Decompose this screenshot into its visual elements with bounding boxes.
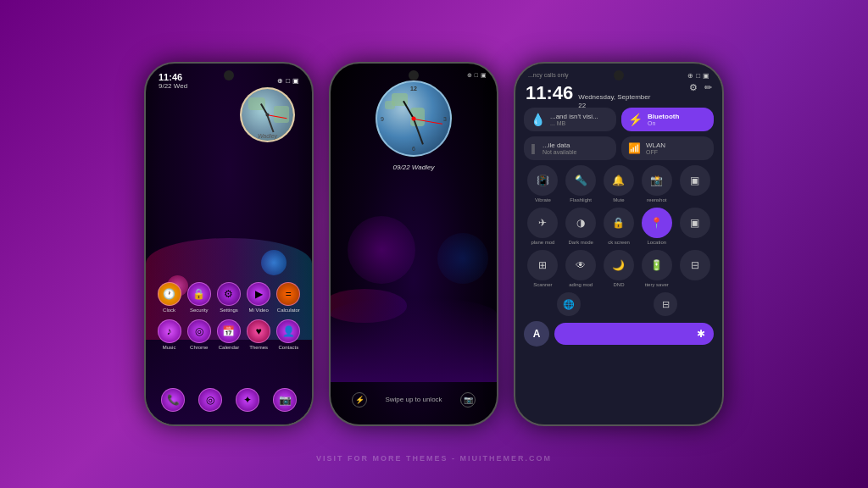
reading-btn[interactable]: 👁 ading mod <box>565 250 596 287</box>
dnd-btn[interactable]: 🌙 DND <box>604 250 634 287</box>
app-clock-icon: 🕐 <box>158 282 181 306</box>
app-themes[interactable]: ♥ Themes <box>247 319 270 350</box>
location-btn[interactable]: 📍 Location <box>642 208 672 245</box>
app-themes-icon: ♥ <box>247 319 270 343</box>
darkmode-icon: ◑ <box>576 217 585 229</box>
lockscreen-icon: 🔒 <box>612 217 625 229</box>
wlan-tile[interactable]: 📶 WLAN OFF <box>621 136 714 160</box>
airplane-icon: ✈ <box>538 217 547 229</box>
scanner-btn[interactable]: ⊞ Scanner <box>527 250 558 287</box>
camera-button[interactable]: 📷 <box>460 392 476 408</box>
app-contacts[interactable]: 👤 Contacts <box>276 319 300 350</box>
extra-btn1[interactable]: ▣ <box>680 165 710 202</box>
phone-1: 11:46 9/22 Wed ⊕ □ ▣ <box>144 62 314 426</box>
location-icon: 📍 <box>650 217 663 229</box>
camera-notch-2 <box>409 70 419 80</box>
phone-2: ⊕ □ ▣ <box>329 62 498 426</box>
extra-btn2[interactable]: ▣ <box>680 208 710 245</box>
bluetooth-tile[interactable]: ⚡ Bluetooth On <box>621 108 714 131</box>
data-tile[interactable]: 💧 ...and isn't visi... ... MB <box>524 108 616 131</box>
brightness-slider[interactable]: ✱ <box>554 323 714 345</box>
app-clock[interactable]: 🕐 Clock <box>158 282 181 313</box>
extra-icon4: ⊟ <box>662 299 670 310</box>
letter-a-button[interactable]: A <box>524 321 549 347</box>
second-hand <box>267 114 287 119</box>
extra-btn4[interactable]: ⊟ <box>654 292 677 316</box>
cc-extra-icons-row: 🌐 ⊟ <box>524 292 714 316</box>
phone1-background: 11:46 9/22 Wed ⊕ □ ▣ <box>146 64 312 424</box>
dock-browser-icon: ◎ <box>198 388 222 412</box>
blob2 <box>437 233 488 284</box>
app-calculator[interactable]: = Calculator <box>276 282 300 313</box>
phone1-clock-label: Wadley <box>242 133 293 139</box>
app-contacts-label: Contacts <box>279 345 299 350</box>
flashlight-label: Flashlight <box>570 197 592 202</box>
dock-browser[interactable]: ◎ <box>198 388 222 412</box>
app-chrome[interactable]: ◎ Chrome <box>187 319 211 350</box>
extra-icon2: ▣ <box>690 217 699 229</box>
phone1-signal-icon: □ <box>286 77 290 85</box>
extra-icon3: ⊟ <box>691 259 699 271</box>
minute-hand-2 <box>413 119 424 145</box>
mute-icon: 🔔 <box>612 175 625 186</box>
app-music-label: Music <box>163 345 176 350</box>
mute-btn[interactable]: 🔔 Mute <box>604 165 634 202</box>
dock-phone[interactable]: 📞 <box>161 388 185 412</box>
phone1-clock-widget: Wadley <box>240 87 295 142</box>
p3-battery-icon: ▣ <box>703 72 709 80</box>
bluetooth-icon: ⚡ <box>628 113 643 126</box>
scanner-label: Scanner <box>533 282 552 287</box>
cc-top-tiles: 💧 ...and isn't visi... ... MB ⚡ Bluetoot… <box>524 108 714 131</box>
app-mivideo[interactable]: ▶ Mi Video <box>247 282 270 313</box>
screenshot-icon: 📸 <box>650 175 663 186</box>
wlan-label: WLAN <box>646 141 665 149</box>
dnd-label: DND <box>613 282 624 287</box>
brightness-icon: ✱ <box>697 328 705 340</box>
mobile-data-icon: ‖ <box>531 142 536 154</box>
lockscreen-btn[interactable]: 🔒 ck screen <box>604 208 634 245</box>
phone2-wave <box>331 297 497 382</box>
dock-phone-icon: 📞 <box>161 388 185 412</box>
app-settings[interactable]: ⚙ Settings <box>217 282 241 313</box>
app-security[interactable]: 🔒 Security <box>187 282 211 313</box>
dock-apps[interactable]: ✦ <box>236 388 259 412</box>
app-contacts-icon: 👤 <box>276 319 300 343</box>
p2-bt-icon: ⊕ <box>467 72 472 79</box>
app-chrome-icon: ◎ <box>187 319 211 343</box>
airplane-btn[interactable]: ✈ plane mod <box>527 208 558 245</box>
darkmode-btn[interactable]: ◑ Dark mode <box>565 208 596 245</box>
second-hand-2 <box>414 119 442 125</box>
p2-battery-icon: ▣ <box>481 72 487 79</box>
bluetooth-tile-sub: On <box>648 120 679 126</box>
app-dock: 📞 ◎ ✦ 📷 <box>154 388 303 412</box>
battery-saver-label: ttery saver <box>645 282 669 287</box>
mobile-data-tile[interactable]: ‖ ...ile data Not available <box>524 136 616 160</box>
letter-a-label: A <box>533 328 541 340</box>
app-row-2: ♪ Music ◎ Chrome 📅 Calendar ♥ <box>154 319 303 350</box>
camera-notch-3 <box>614 70 624 80</box>
edit-icon[interactable]: ✏ <box>704 82 712 93</box>
phone1-date: 9/22 Wed <box>159 82 187 90</box>
flashlight-btn[interactable]: 🔦 Flashlight <box>565 165 596 202</box>
watermark: VISIT FOR MORE THEMES - MIUITHEMER.COM <box>316 454 552 463</box>
app-music[interactable]: ♪ Music <box>158 319 181 350</box>
wlan-sub: OFF <box>646 149 665 155</box>
lockscreen-label: ck screen <box>608 240 630 245</box>
dock-camera[interactable]: 📷 <box>273 388 297 412</box>
bluetooth-tile-label: Bluetooth <box>648 113 679 120</box>
globe-btn[interactable]: 🌐 <box>557 292 581 316</box>
extra-btn3[interactable]: ⊟ <box>680 250 710 287</box>
dock-apps-icon: ✦ <box>236 388 259 412</box>
scanner-icon: ⊞ <box>538 259 547 271</box>
screenshot-btn[interactable]: 📸 reenshot <box>642 165 672 202</box>
settings-icon[interactable]: ⚙ <box>689 82 698 93</box>
phone3-background: ...ncy calls only ⊕ □ ▣ 11:46 Wednesday,… <box>515 64 722 424</box>
phone-3: ...ncy calls only ⊕ □ ▣ 11:46 Wednesday,… <box>514 62 724 426</box>
phone1-status-icons: ⊕ □ ▣ <box>277 77 299 85</box>
app-calendar[interactable]: 📅 Calendar <box>217 319 241 350</box>
battery-saver-btn[interactable]: 🔋 ttery saver <box>642 250 672 287</box>
vibrate-btn[interactable]: 📳 Vibrate <box>527 165 558 202</box>
camera-notch-1 <box>224 70 234 80</box>
app-mivideo-icon: ▶ <box>247 282 270 306</box>
flashlight-button[interactable]: ⚡ <box>352 392 367 408</box>
